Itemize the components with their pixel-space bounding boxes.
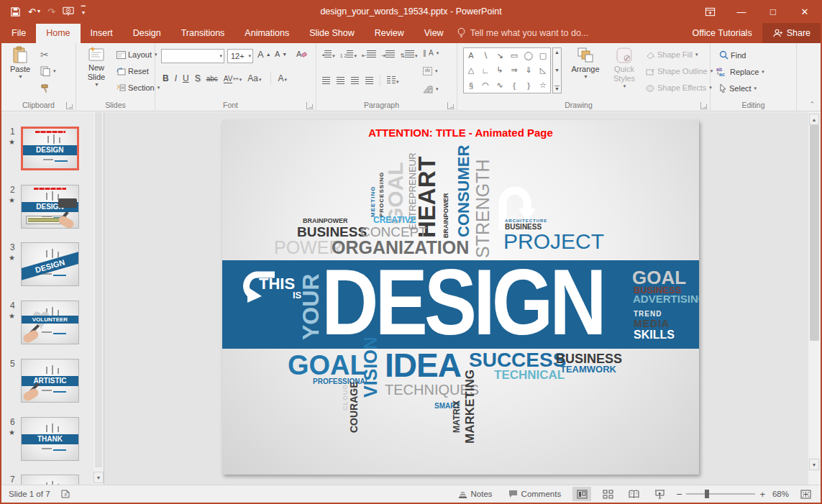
copy-dropdown-icon[interactable]: ▾: [53, 68, 56, 74]
shape-glyph-icon[interactable]: ☆: [539, 81, 547, 90]
format-painter-button[interactable]: [40, 83, 50, 93]
shape-glyph-icon[interactable]: A: [468, 51, 473, 60]
maximize-button[interactable]: □: [757, 0, 789, 23]
italic-button[interactable]: I: [172, 72, 180, 85]
arrange-dropdown-icon[interactable]: ▼: [583, 74, 588, 80]
tab-animations[interactable]: Animations: [234, 24, 299, 43]
shapes-gallery-scrollbar[interactable]: ▲ ▼ ▼: [552, 47, 562, 93]
canvas-scroll-up-icon[interactable]: ▲: [809, 114, 819, 125]
save-icon[interactable]: [10, 6, 21, 17]
tab-insert[interactable]: Insert: [81, 24, 123, 43]
zoom-in-icon[interactable]: +: [759, 489, 765, 500]
zoom-thumb[interactable]: [705, 490, 709, 498]
shape-glyph-icon[interactable]: ↳: [496, 65, 503, 75]
slide-thumbnail-2[interactable]: DESIGN: [21, 185, 79, 229]
tab-slide-show[interactable]: Slide Show: [299, 24, 365, 43]
tab-home[interactable]: Home: [36, 24, 80, 43]
start-slideshow-icon[interactable]: [63, 6, 74, 17]
increase-indent-button[interactable]: ⇥: [381, 50, 396, 59]
align-left-button[interactable]: [322, 77, 330, 84]
shape-glyph-icon[interactable]: ∿: [496, 81, 503, 90]
shape-glyph-icon[interactable]: ∟: [482, 66, 490, 75]
arrange-button[interactable]: Arrange ▼: [567, 46, 604, 81]
shapes-gallery[interactable]: A∖↘▭◯▢△∟↳⇒⇓◺§◠∿{}☆: [463, 47, 551, 93]
find-button[interactable]: Find: [719, 50, 746, 60]
shape-glyph-icon[interactable]: ◯: [524, 51, 533, 60]
align-text-button[interactable]: ▾: [423, 67, 438, 75]
shape-glyph-icon[interactable]: ◠: [482, 81, 489, 90]
bold-button[interactable]: B: [160, 72, 172, 85]
quick-styles-button[interactable]: Quick Styles ▾: [607, 46, 641, 90]
reset-button[interactable]: Reset: [117, 67, 149, 75]
paste-button[interactable]: Paste ▼: [6, 46, 35, 81]
slide-sorter-view-button[interactable]: [598, 487, 617, 501]
notes-button[interactable]: Notes: [454, 487, 497, 500]
close-button[interactable]: ✕: [789, 0, 821, 23]
ribbon-display-options-icon[interactable]: [694, 0, 726, 23]
drawing-dialog-launcher[interactable]: [700, 102, 708, 109]
change-case-button[interactable]: Aa▾: [245, 72, 264, 85]
font-color-button[interactable]: A▾: [270, 72, 291, 85]
shape-glyph-icon[interactable]: §: [469, 81, 473, 90]
paste-dropdown-icon[interactable]: ▼: [18, 74, 23, 80]
gallery-up-icon[interactable]: ▲: [554, 50, 560, 55]
font-dialog-launcher[interactable]: [306, 102, 314, 109]
convert-smartart-button[interactable]: ▾: [423, 85, 439, 93]
shape-effects-button[interactable]: Shape Effects▾: [646, 83, 712, 92]
tab-review[interactable]: Review: [365, 24, 414, 43]
tab-transitions[interactable]: Transitions: [171, 24, 235, 43]
align-center-button[interactable]: [337, 77, 344, 84]
zoom-slider[interactable]: − +: [676, 488, 765, 500]
tab-design[interactable]: Design: [123, 24, 171, 43]
align-right-button[interactable]: [351, 77, 359, 84]
character-spacing-button[interactable]: AV⇿▾: [221, 73, 245, 84]
text-direction-button[interactable]: ∥A▾: [423, 49, 439, 57]
copy-button[interactable]: ▾: [40, 66, 56, 76]
shape-glyph-icon[interactable]: ⇒: [511, 65, 517, 75]
shape-glyph-icon[interactable]: ⇓: [525, 65, 531, 75]
comments-button[interactable]: Comments: [504, 487, 566, 500]
zoom-track[interactable]: [686, 493, 755, 495]
bullets-button[interactable]: •▾: [322, 50, 335, 59]
shape-glyph-icon[interactable]: {: [513, 81, 516, 90]
zoom-percentage[interactable]: 68%: [772, 490, 789, 498]
shape-fill-button[interactable]: Shape Fill▾: [646, 50, 698, 59]
cut-button[interactable]: ✂: [40, 49, 49, 60]
new-slide-dropdown-icon[interactable]: ▼: [94, 82, 99, 88]
slide-thumbnail-4[interactable]: ♥VOLUNTEER: [21, 301, 79, 344]
select-button[interactable]: Select▾: [719, 83, 757, 93]
shape-glyph-icon[interactable]: △: [468, 65, 474, 75]
thumbnail-scrollbar[interactable]: ▼: [93, 112, 104, 486]
shape-glyph-icon[interactable]: ↘: [496, 51, 503, 60]
paragraph-dialog-launcher[interactable]: [447, 102, 455, 109]
justify-button[interactable]: [365, 77, 373, 84]
new-slide-button[interactable]: New Slide ▼: [81, 46, 112, 88]
numbering-button[interactable]: 1 2▾: [340, 50, 357, 59]
tell-me-box[interactable]: Tell me what you want to do...: [454, 23, 596, 43]
tab-view[interactable]: View: [414, 24, 454, 43]
canvas-scroll-down-icon[interactable]: ▼: [809, 459, 819, 470]
share-button[interactable]: Share: [762, 23, 821, 43]
gallery-down-icon[interactable]: ▼: [554, 68, 560, 73]
clipboard-dialog-launcher[interactable]: [66, 102, 73, 109]
fit-to-window-icon[interactable]: [796, 487, 815, 501]
slide-thumbnail-1[interactable]: DESIGN: [21, 127, 79, 170]
slideshow-view-button[interactable]: [650, 487, 669, 501]
shape-glyph-icon[interactable]: ∖: [483, 51, 488, 60]
slide-thumbnail-6[interactable]: THANK: [21, 417, 79, 461]
strikethrough-button[interactable]: abc: [204, 73, 221, 84]
layout-button[interactable]: Layout▾: [117, 50, 157, 59]
canvas-scroll-thumb[interactable]: [810, 125, 819, 341]
shape-outline-button[interactable]: Shape Outline▾: [646, 67, 713, 75]
replace-button[interactable]: abac Replace▾: [716, 67, 764, 76]
spellcheck-icon[interactable]: x: [60, 489, 70, 499]
shrink-font-button[interactable]: A▼: [275, 50, 287, 58]
shape-glyph-icon[interactable]: ◺: [540, 65, 546, 75]
gallery-more-icon[interactable]: ▼: [554, 86, 560, 91]
thumbnail-scroll-down-icon[interactable]: ▼: [93, 472, 104, 483]
decrease-indent-button[interactable]: ⇤: [362, 50, 376, 59]
clear-formatting-button[interactable]: A: [296, 49, 307, 59]
undo-dropdown-icon[interactable]: ▾: [37, 9, 40, 14]
shape-glyph-icon[interactable]: ▢: [539, 51, 547, 60]
columns-button[interactable]: ▾: [387, 76, 399, 85]
